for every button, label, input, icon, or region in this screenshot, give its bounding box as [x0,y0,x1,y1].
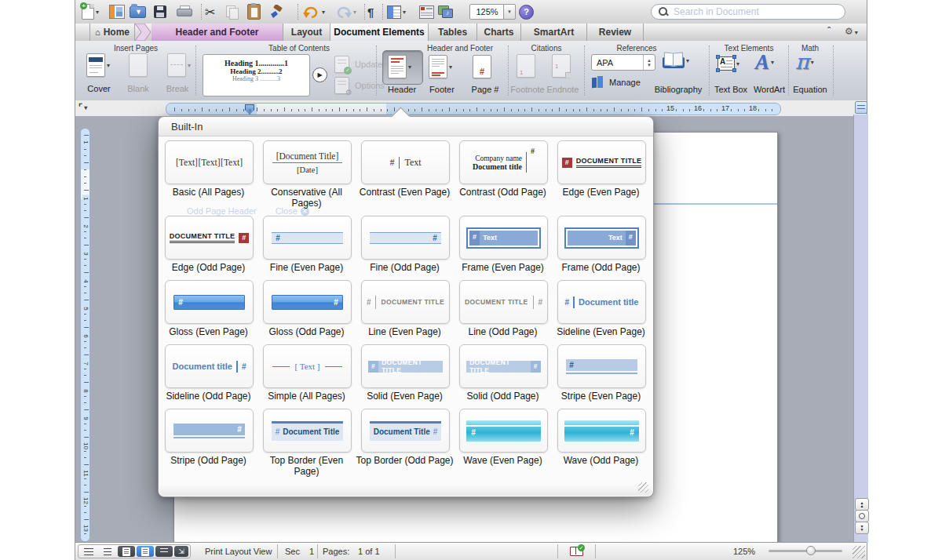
break-button[interactable]: ▾ [167,53,191,77]
ruler-tick [765,109,766,111]
gallery-item-top-border-odd-page[interactable]: Document Title# [361,409,450,453]
gallery-item-conservative-all-pages[interactable]: [Document Title][Date] [263,140,352,184]
manage-citations-button[interactable]: Manage [592,76,641,88]
zoom-stepper[interactable]: ▾ [503,4,516,20]
publishing-layout-view-button[interactable] [118,546,135,557]
print-button[interactable] [177,3,192,20]
toc-gallery-preview[interactable]: Heading 1.............1 Heading 2.......… [203,54,310,96]
redo-button[interactable]: ▾ [334,3,356,20]
gallery-item-basic-all-pages[interactable]: [Text][Text][Text] [165,140,254,184]
ruler-tick [312,107,312,111]
tab-home[interactable]: ⌂ Home [89,24,135,41]
gallery-item-contrast-odd-page[interactable]: Company nameDocument title# [459,140,548,184]
tab-tables[interactable]: Tables [429,24,477,41]
zoom-slider[interactable] [769,550,842,552]
citation-style-combobox[interactable]: APA ▲▼ [591,54,655,71]
bibliography-button[interactable]: ▾ [663,53,689,68]
search-field[interactable] [651,4,845,20]
gallery-item-line-even-page[interactable]: #DOCUMENT TITLE [361,280,450,324]
browse-previous-button[interactable]: ▲▲ [855,498,869,511]
equation-button[interactable]: π▾ [795,52,814,72]
gallery-item-stripe-even-page[interactable]: # [557,344,646,388]
gallery-item-edge-odd-page[interactable]: DOCUMENT TITLE# [165,216,254,260]
help-button[interactable]: ? [519,3,534,20]
zoom-combobox[interactable]: 125% [469,4,505,20]
gallery-item-frame-odd-page[interactable]: #Text [557,216,646,260]
ruler-tick [84,519,89,520]
save-button[interactable] [154,3,166,20]
collapse-ribbon-button[interactable]: ˆ [827,26,831,37]
header-button[interactable]: ▾ [388,55,411,78]
tab-charts[interactable]: Charts [477,24,521,41]
gallery-item-top-border-even-page[interactable]: #Document Title [263,409,352,453]
ruler-tick [641,107,642,111]
wordart-button[interactable]: A▾ [755,52,774,72]
gallery-item-fine-even-page[interactable]: # [263,216,352,260]
cover-button[interactable]: ▾ [86,53,110,77]
print-layout-view-button[interactable] [137,546,154,557]
browse-next-button[interactable]: ▼▼ [855,522,869,534]
gallery-item-sideline-odd-page[interactable]: Document title# [165,344,254,388]
gallery-toggle-button[interactable] [109,3,125,20]
gallery-item-stripe-odd-page[interactable]: # [165,409,254,453]
cut-button[interactable]: ✂ [205,3,215,20]
gallery-item-frame-even-page[interactable]: #Text [459,216,548,260]
tab-review[interactable]: Review [587,24,644,41]
zoom-slider-knob[interactable] [806,546,816,555]
gallery-resize-grip[interactable] [638,482,648,493]
show-marks-button[interactable]: ¶ [367,3,374,20]
blank-button[interactable] [129,53,148,77]
ruler-tick [518,109,519,111]
page-number-button[interactable]: # [473,55,491,78]
gallery-item-edge-even-page[interactable]: #DOCUMENT TITLE [557,140,646,184]
endnote-button[interactable]: 1 [552,54,571,78]
gallery-item-caption: Line (Even Page) [356,327,454,338]
media-browser-button[interactable]: ♪ [438,3,453,20]
ruler-tick [408,109,409,111]
search-input[interactable] [672,5,845,18]
horizontal-ruler[interactable]: 15161718 [166,103,781,115]
gallery-item-contrast-even-page[interactable]: #Text [361,140,450,184]
ribbon-settings-button[interactable]: ⚙▾ [845,26,858,37]
select-browse-object-button[interactable] [855,510,869,522]
gallery-item-wave-odd-page[interactable]: # [557,409,646,453]
spelling-status-icon[interactable]: ✓ [570,545,585,556]
draft-view-button[interactable] [80,546,97,557]
outline-view-button[interactable] [99,546,116,557]
text-box-button[interactable]: A ▾ [717,56,739,71]
toc-options-button[interactable]: ⚙ Options [334,77,385,94]
tab-layout[interactable]: Layout [283,24,330,41]
tab-document-elements[interactable]: Document Elements [330,24,429,41]
ruler-tick [367,107,367,111]
split-window-handle[interactable] [855,101,867,114]
footer-button[interactable]: ▾ [429,55,452,78]
vertical-ruler[interactable]: 112345678910111213 [80,128,90,542]
gallery-item-gloss-even-page[interactable]: # [165,280,254,324]
gallery-item-fine-odd-page[interactable]: # [361,216,450,260]
open-button[interactable]: ▼ [130,3,146,20]
toolbox-button[interactable] [419,3,434,20]
window-resize-grip[interactable] [853,546,865,558]
word-window: +▾ ▼ ✂ [75,0,867,560]
tab-smartart[interactable]: SmartArt [521,24,587,41]
copy-button[interactable] [226,3,238,20]
gallery-item-solid-even-page[interactable]: #DOCUMENT TITLE [361,344,450,388]
gallery-item-wave-even-page[interactable]: # [459,409,548,453]
paste-button[interactable] [247,3,261,20]
undo-button[interactable]: ▾ [303,3,325,20]
gallery-item-sideline-even-page[interactable]: #Document title [557,280,646,324]
format-painter-button[interactable] [268,3,283,20]
columns-button[interactable]: ▾ [387,3,406,20]
gallery-item-simple-all-pages[interactable]: [ Text ] [263,344,352,388]
full-screen-button[interactable]: ⇲ [174,546,188,557]
toc-gallery-expand-button[interactable]: ▶ [312,67,327,82]
gallery-item-solid-odd-page[interactable]: #DOCUMENT TITLE [459,344,548,388]
new-document-button[interactable]: +▾ [82,3,99,20]
footnote-button[interactable]: 1 [517,54,535,78]
gallery-item-gloss-odd-page[interactable]: # [263,280,352,324]
vertical-scrollbar[interactable]: ▲▲ ▼▼ [853,115,868,543]
notebook-layout-view-button[interactable] [155,546,173,557]
tab-stop-selector[interactable]: ⌜▾ [78,102,87,112]
tab-header-and-footer[interactable]: Header and Footer [152,24,283,41]
gallery-item-line-odd-page[interactable]: DOCUMENT TITLE# [459,280,548,324]
